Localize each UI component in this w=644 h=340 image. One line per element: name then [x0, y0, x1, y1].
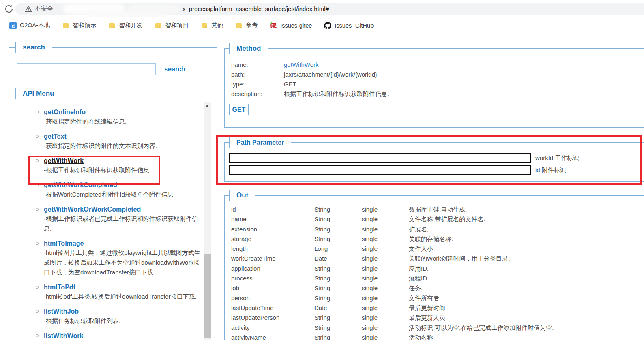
bookmark-item[interactable]: 参考: [232, 20, 261, 31]
path-param-input-id[interactable]: [229, 165, 531, 175]
search-input[interactable]: [17, 63, 156, 75]
bookmark-label: Issues- GitHub: [335, 22, 374, 29]
api-menu-legend: API Menu: [15, 88, 61, 99]
bookmark-label: 智和开发: [119, 21, 142, 29]
method-details: name:getWithWorkpath:jaxrs/attachment/{i…: [231, 60, 389, 99]
method-field-label: type:: [231, 79, 284, 89]
out-table-row: lengthLongsingle文件大小.: [231, 244, 641, 254]
circle-bullet-icon: [36, 208, 39, 211]
out-table-row: storageStringsingle关联的存储名称.: [231, 234, 641, 244]
bookmarks-bar: O2OA-本地智和演示智和开发智和项目其他参考Issues-giteeIssue…: [0, 17, 644, 34]
circle-bullet-icon: [36, 334, 39, 337]
bookmark-item[interactable]: 智和项目: [151, 20, 192, 31]
api-method-link[interactable]: htmlToPdf: [44, 283, 75, 292]
path-param-label: id:附件标识: [535, 167, 566, 174]
search-button[interactable]: search: [161, 63, 189, 75]
out-table-row: idStringsingle数据库主键,自动生成.: [231, 205, 641, 214]
out-cell-type: String: [314, 264, 362, 274]
folder-icon: [155, 22, 162, 29]
out-cell-type: Date: [314, 254, 362, 263]
api-method-link[interactable]: getWithWorkOrWorkCompleted: [44, 205, 141, 214]
out-table-row: applicationStringsingle应用ID.: [231, 264, 641, 274]
api-method-link[interactable]: getText: [44, 132, 67, 141]
api-method-link[interactable]: listWithJob: [44, 307, 79, 316]
out-cell-desc: 文件所有者: [409, 293, 641, 303]
out-cell-type: String: [314, 283, 362, 293]
path-parameter-legend: Path Parameter: [229, 137, 291, 148]
bookmark-label: Issues-gitee: [280, 22, 312, 29]
out-cell-cardinality: single: [362, 264, 409, 274]
out-cell-cardinality: single: [362, 313, 409, 323]
out-cell-cardinality: single: [362, 244, 409, 254]
out-table-row: processStringsingle流程ID.: [231, 274, 641, 283]
out-table: idStringsingle数据库主键,自动生成.nameStringsingl…: [231, 205, 641, 340]
api-method-link[interactable]: getWithWorkCompleted: [44, 181, 117, 190]
method-field-label: name:: [231, 60, 284, 70]
out-cell-field: process: [231, 274, 314, 283]
path-param-input-workid[interactable]: [229, 153, 531, 163]
not-secure-warning-icon[interactable]: [24, 5, 32, 13]
out-cell-field: extension: [231, 225, 314, 234]
api-menu-item-listwithjob: listWithJob-根据任务标识获取附件列表.: [17, 307, 203, 326]
api-method-description: -根据工作标识或者已完成工作标识和附件标识获取附件信息.: [44, 214, 203, 233]
folder-icon: [108, 22, 116, 29]
out-cell-type: String: [314, 205, 362, 214]
api-method-description: -获取指定附件的在线编辑信息.: [44, 117, 203, 126]
api-method-description: -根据工作标识和附件标识获取附件信息.: [44, 165, 203, 175]
scrollbar-up-arrow-icon[interactable]: [204, 102, 211, 109]
api-menu-item-getwithworkorworkcompleted: getWithWorkOrWorkCompleted-根据工作标识或者已完成工作…: [17, 205, 203, 233]
api-menu-list: | , getOnlineInfo-获取指定附件的在线编辑信息.getText-…: [17, 97, 203, 340]
out-cell-cardinality: single: [362, 274, 409, 283]
out-table-row: activityStringsingle活动标识,可以为空,在给已完成工作添加附…: [231, 323, 641, 333]
circle-bullet-icon: [36, 111, 39, 113]
get-request-button[interactable]: GET: [229, 104, 249, 115]
out-cell-desc: 流程ID.: [409, 274, 641, 283]
method-field-row: path:jaxrs/attachment/{id}/work/{workId}: [231, 70, 389, 79]
out-cell-desc: 活动名称.: [409, 333, 641, 340]
gitee-icon: [270, 22, 277, 29]
method-legend: Method: [229, 43, 268, 54]
reload-icon[interactable]: [4, 4, 14, 14]
out-table-row: lastUpdateTimeDatesingle最后更新时间: [231, 303, 641, 313]
out-cell-cardinality: single: [362, 205, 409, 214]
api-method-description: -html转图片工具类，通过微软playwright工具以截图方式生成图片，转换…: [44, 248, 203, 277]
out-cell-cardinality: single: [362, 283, 409, 293]
out-cell-type: String: [314, 225, 362, 234]
out-cell-desc: 文件名称,带扩展名的文件名.: [409, 214, 641, 224]
bookmark-item[interactable]: Issues- GitHub: [321, 20, 377, 31]
api-menu-scrollbar[interactable]: [204, 102, 211, 340]
method-name-link[interactable]: getWithWork: [284, 60, 319, 70]
out-table-row: extensionStringsingle扩展名。: [231, 225, 641, 234]
out-cell-field: job: [231, 283, 314, 293]
circle-bullet-icon: [36, 184, 39, 186]
api-method-link[interactable]: htmlToImage: [44, 239, 84, 248]
out-cell-desc: 应用ID.: [409, 264, 641, 274]
out-cell-cardinality: single: [362, 333, 409, 340]
out-cell-desc: 关联的存储名称.: [409, 234, 641, 244]
bookmark-item[interactable]: 其他: [197, 20, 226, 31]
bookmark-item[interactable]: 智和演示: [59, 20, 99, 31]
out-cell-field: workCreateTime: [231, 254, 314, 263]
bookmark-item[interactable]: Issues-gitee: [266, 20, 315, 31]
bookmark-label: O2OA-本地: [20, 21, 50, 29]
out-cell-type: String: [314, 323, 362, 333]
api-method-description: -根据WorkCompleted和附件Id获取单个附件信息: [44, 190, 203, 199]
bookmark-item[interactable]: 智和开发: [105, 20, 146, 31]
out-cell-type: String: [314, 293, 362, 303]
api-method-link[interactable]: getWithWork: [44, 156, 84, 165]
not-secure-label: 不安全: [35, 5, 53, 13]
api-method-link[interactable]: listWithWork: [44, 331, 83, 340]
bookmark-item[interactable]: O2OA-本地: [6, 20, 53, 31]
api-method-link[interactable]: getOnlineInfo: [44, 108, 86, 117]
method-field-value: jaxrs/attachment/{id}/work/{workId}: [284, 70, 377, 79]
circle-bullet-icon: [36, 310, 39, 313]
out-table-row: nameStringsingle文件名称,带扩展名的文件名.: [231, 214, 641, 224]
scrollbar-thumb[interactable]: [204, 254, 211, 338]
api-method-description: -获取指定附件标识的附件的文本识别内容.: [44, 141, 203, 151]
circle-bullet-icon: [36, 286, 39, 289]
out-cell-field: storage: [231, 234, 314, 244]
folder-icon: [201, 22, 208, 29]
out-cell-cardinality: single: [362, 293, 409, 303]
url-bar[interactable]: 不安全 x_processplatform_assemble_surface/j…: [15, 3, 644, 15]
method-field-label: description:: [231, 89, 284, 99]
